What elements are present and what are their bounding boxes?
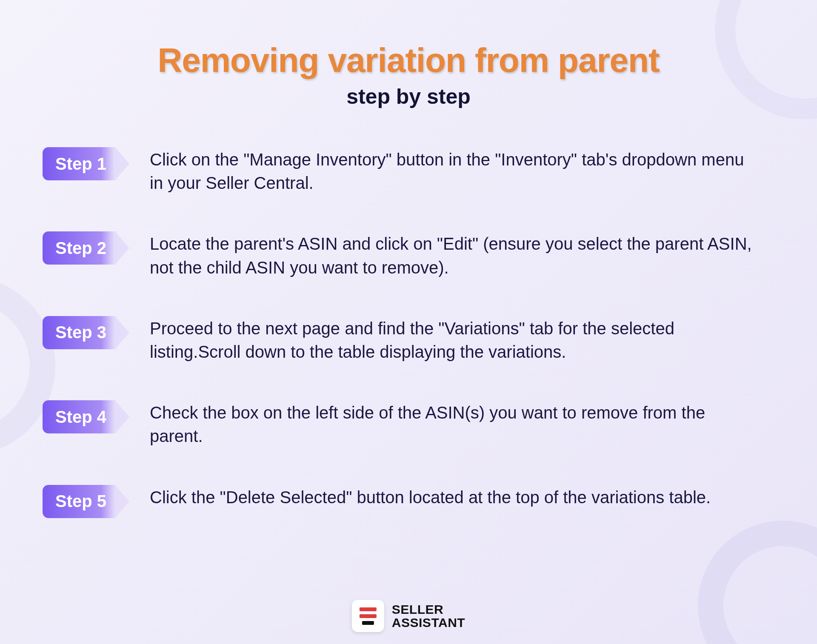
step-label: Step 1 (43, 147, 117, 180)
step-description: Click on the "Manage Inventory" button i… (150, 147, 758, 195)
chevron-right-icon (115, 400, 129, 433)
steps-list: Step 1 Click on the "Manage Inventory" b… (43, 147, 774, 518)
step-label: Step 2 (43, 231, 117, 265)
page-container: Removing variation from parent step by s… (0, 0, 817, 535)
page-subtitle: step by step (43, 84, 774, 109)
step-badge: Step 3 (43, 316, 129, 349)
step-row: Step 3 Proceed to the next page and find… (43, 316, 774, 364)
step-row: Step 5 Click the "Delete Selected" butto… (43, 485, 774, 518)
step-badge: Step 4 (43, 400, 129, 433)
brand-icon-bar (360, 607, 377, 611)
chevron-right-icon (115, 147, 129, 180)
step-badge: Step 5 (43, 485, 129, 518)
step-description: Check the box on the left side of the AS… (150, 400, 758, 448)
step-description: Proceed to the next page and find the "V… (150, 316, 758, 364)
page-title: Removing variation from parent (43, 43, 774, 78)
step-badge: Step 2 (43, 231, 129, 265)
brand-line2: ASSISTANT (392, 616, 465, 630)
step-label: Step 4 (43, 400, 117, 433)
step-label: Step 5 (43, 485, 117, 518)
chevron-right-icon (115, 231, 129, 265)
step-description: Click the "Delete Selected" button locat… (150, 485, 711, 509)
brand-text: SELLER ASSISTANT (392, 603, 465, 630)
decorative-circle (698, 521, 817, 644)
chevron-right-icon (115, 485, 129, 518)
step-row: Step 4 Check the box on the left side of… (43, 400, 774, 448)
brand-icon-bar (360, 614, 377, 618)
step-row: Step 1 Click on the "Manage Inventory" b… (43, 147, 774, 195)
brand-icon (352, 600, 384, 632)
step-description: Locate the parent's ASIN and click on "E… (150, 231, 758, 279)
step-row: Step 2 Locate the parent's ASIN and clic… (43, 231, 774, 279)
chevron-right-icon (115, 316, 129, 349)
step-label: Step 3 (43, 316, 117, 349)
brand-line1: SELLER (392, 603, 465, 616)
step-badge: Step 1 (43, 147, 129, 180)
brand-icon-bar (362, 621, 374, 625)
brand-logo: SELLER ASSISTANT (352, 600, 465, 632)
